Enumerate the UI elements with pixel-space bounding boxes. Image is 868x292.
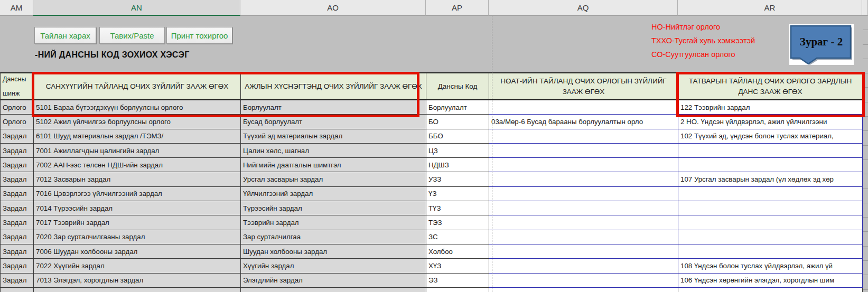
table-cell[interactable]: Зардал [1,201,34,215]
table-cell[interactable] [489,201,678,215]
table-cell[interactable]: Зардал [1,230,34,244]
column-header-aq[interactable]: AQ [489,0,678,16]
table-cell[interactable]: 7006 Шуудан холбооны зардал [34,244,241,259]
table-cell[interactable]: 7014 Түрээсийн зардал [34,201,241,215]
table-cell[interactable]: 107 Урсгал засварын зардал (үл хөдлөх эд… [678,172,863,186]
table-cell[interactable] [489,244,678,259]
column-header-sliver [862,0,868,16]
table-cell[interactable] [489,288,678,292]
table-cell[interactable]: 7022 Хүүгийн зардал [34,259,241,273]
table-cell[interactable]: НДШЗ [426,158,489,172]
table-cell[interactable] [489,259,678,273]
column-header-ao[interactable]: AO [240,0,426,16]
table-cell[interactable]: БО [426,115,489,129]
table-cell[interactable] [678,244,863,259]
table-cell[interactable]: Холбоо [426,244,489,259]
table-cell[interactable]: ХҮЗ [426,259,489,273]
table-cell[interactable]: 7012 Засварын зардал [34,172,241,186]
legend-line-2: ТХХО-Тусгай хувь хэмжээтэй [651,36,755,45]
table-cell[interactable]: 7017 Тээврийн зардал [34,215,241,230]
highlight-rectangle-left [32,72,419,117]
table-cell[interactable]: УЗЗ [426,172,489,186]
table-cell[interactable]: 03а/Мөр-6 Бусад барааны борлуулалтын орл… [489,115,678,129]
column-header-bar: AM AN AO AP AQ AR [0,0,868,16]
column-header-ar[interactable]: AR [678,0,862,16]
table-cell[interactable]: Шуудан холбооны зардал [241,244,426,259]
table-cell[interactable]: Үйлчилгээний зардал [241,187,426,201]
table-cell[interactable]: 102 Түүхий эд, үндсэн болон туслах матер… [678,129,863,144]
paste-button[interactable]: Тавих/Paste [99,27,165,44]
table-cell[interactable] [241,288,426,292]
table-cell[interactable]: Орлого [1,115,34,129]
table-cell[interactable]: ҮЗ [426,187,489,201]
table-cell[interactable] [489,144,678,158]
table-cell[interactable]: Зардал [1,129,34,144]
highlight-rectangle-right [676,72,865,117]
table-cell[interactable]: 7016 Цэвэрлэгээ үйлчилгээний зардал [34,187,241,201]
table-cell[interactable] [678,144,863,158]
table-cell[interactable]: Зардал [1,215,34,230]
column-header-ap[interactable]: AP [426,0,489,16]
column-header-am[interactable]: AM [0,0,33,16]
table-cell[interactable] [489,215,678,230]
table-cell[interactable]: Зардал [1,274,34,288]
table-cell[interactable] [678,158,863,172]
table-cell[interactable] [1,288,34,292]
table-cell[interactable]: 7002 ААН-ээс төлсөн НДШ-ийн зардал [34,158,241,172]
table-cell[interactable]: ЦЗ [426,144,489,158]
table-cell[interactable]: Зардал [1,158,34,172]
table-cell[interactable] [678,187,863,201]
table-cell[interactable]: ТЭЗ [426,215,489,230]
page-break-line [492,16,492,292]
report-view-button[interactable]: Тайлан харах [34,27,96,44]
table-cell[interactable]: ЗС [426,230,489,244]
legend-line-1: НО-Нийтлэг орлого [651,23,720,31]
table-cell[interactable]: ЭЗ [426,274,489,288]
table-header-account-code[interactable]: Дансны Код [426,72,489,100]
table-cell[interactable]: 7020 Зар сурталчилгааны зардал [34,230,241,244]
table-cell[interactable] [678,230,863,244]
table-cell[interactable]: Зардал [1,244,34,259]
table-cell[interactable]: Хүүгийн зардал [241,259,426,273]
column-header-an[interactable]: AN [33,0,240,16]
table-cell[interactable] [489,274,678,288]
table-cell[interactable]: Нийгмийн даатгалын шимтгэл [241,158,426,172]
print-settings-button[interactable]: Принт тохиргоо [166,27,232,44]
section-title: -НИЙ ДАНСНЫ КОД ЗОХИОХ ХЭСЭГ [35,50,190,60]
table-cell[interactable]: Элэгдлийн зардал [241,274,426,288]
table-cell[interactable]: Түрээсийн зардал [241,201,426,215]
table-cell[interactable]: 6101 Шууд материалын зардал /ТЭМЗ/ [34,129,241,144]
table-header-account-type[interactable]: Дансны шинж [1,72,34,100]
table-cell[interactable]: Борлуулалт [426,100,489,115]
table-cell[interactable] [489,172,678,186]
table-cell[interactable]: 7013 Элэгдэл, хорогдлын зардал [34,274,241,288]
table-cell[interactable]: Тээврийн зардал [241,215,426,230]
table-header-vat-report[interactable]: НӨАТ-ИЙН ТАЙЛАНД ОЧИХ ОРЛОГЫН ЗҮЙЛИЙГ ЗА… [489,72,678,100]
table-cell[interactable] [34,288,241,292]
table-cell[interactable]: Орлого [1,100,34,115]
table-cell[interactable]: 7001 Ажиллагчдын цалингийн зардал [34,144,241,158]
spreadsheet: AM AN AO AP AQ AR Тайлан харах Тавих/Pas… [0,0,868,292]
table-cell[interactable] [489,230,678,244]
table-cell[interactable]: 108 Үндсэн болон туслах үйлдвэрлэл, ажил… [678,259,863,273]
table-cell[interactable]: Цалин хөлс, шагнал [241,144,426,158]
table-cell[interactable] [489,100,678,115]
table-cell[interactable]: Зардал [1,259,34,273]
table-cell[interactable] [489,158,678,172]
table-cell[interactable]: 106 Үндсэн хөрөнгийн элэгдэл, хорогдлын … [678,274,863,288]
table-cell[interactable]: Зардал [1,187,34,201]
table-cell[interactable] [489,129,678,144]
table-cell[interactable]: ББӨ [426,129,489,144]
table-cell[interactable] [678,215,863,230]
table-cell[interactable] [678,288,863,292]
table-cell[interactable] [678,201,863,215]
table-cell[interactable] [426,288,489,292]
table-cell[interactable]: Зар сурталчилгаа [241,230,426,244]
table-cell[interactable]: Урсгал засварын зардал [241,172,426,186]
table-cell[interactable]: Зардал [1,172,34,186]
table-cell[interactable]: Түүхий эд материалын зардал [241,129,426,144]
table-cell[interactable]: ТҮЗ [426,201,489,215]
table-cell[interactable] [489,187,678,201]
legend-line-3: СО-Суутгуулсан орлого [651,50,735,59]
table-cell[interactable]: Зардал [1,144,34,158]
